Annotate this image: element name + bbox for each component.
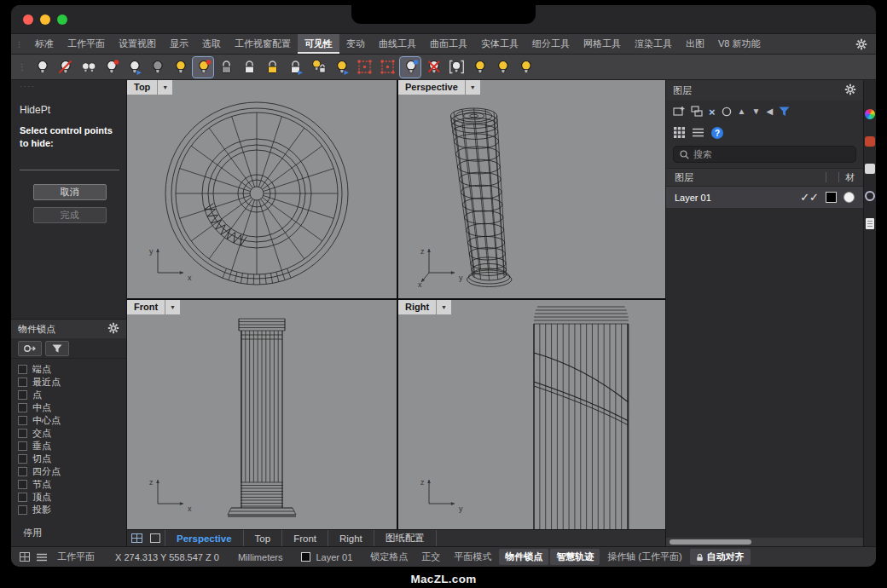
osnap-option-point[interactable]: 点	[18, 389, 126, 401]
viewport-tab-top[interactable]: Top	[244, 530, 283, 546]
move-layer-down-button-icon[interactable]: ▼	[752, 107, 761, 116]
viewport-tab-perspective[interactable]: Perspective	[165, 530, 244, 546]
unlock-objects-icon[interactable]	[239, 57, 259, 78]
menu-tab-subd-tools[interactable]: 细分工具	[525, 34, 577, 54]
panel-drag-handle[interactable]: ····	[11, 80, 126, 90]
statusbar-toggle-planar[interactable]: 平面模式	[448, 549, 497, 565]
chevron-down-icon[interactable]: ▼	[466, 80, 480, 95]
show-in-viewport-icon[interactable]	[446, 57, 467, 78]
statusbar-toggle-ortho[interactable]: 正交	[415, 549, 446, 565]
layer-light-1-icon[interactable]	[469, 57, 490, 78]
statusbar-toggle-gumball[interactable]: 操作轴 (工作平面)	[601, 549, 687, 565]
new-sublayer-button-icon[interactable]	[691, 106, 703, 118]
menu-tab-mesh-tools[interactable]: 网格工具	[577, 34, 628, 54]
show-in-detail-icon[interactable]	[400, 57, 420, 78]
units-button[interactable]: Millimeters	[238, 552, 283, 562]
swap-hidden-objects-icon[interactable]	[78, 57, 98, 78]
menu-tab-standard[interactable]: 标准	[28, 34, 61, 54]
viewport-top-title-tab[interactable]: Top ▼	[127, 80, 172, 95]
show-point-cloud-icon[interactable]	[354, 57, 374, 78]
menu-tab-curve-tools[interactable]: 曲线工具	[372, 34, 423, 54]
scrollbar-thumb[interactable]	[670, 539, 751, 545]
viewport-grid-layout-icon[interactable]	[127, 530, 146, 546]
layers-gear-icon[interactable]	[844, 84, 856, 97]
viewport-top[interactable]: Top ▼ yx	[127, 80, 397, 298]
menu-tab-viewport-layout[interactable]: 工作视窗配置	[228, 34, 298, 54]
menu-tab-render-tools[interactable]: 渲染工具	[628, 34, 679, 54]
layer-search-input[interactable]: 搜索	[673, 146, 856, 163]
checkbox-icon[interactable]	[18, 390, 27, 400]
show-objects-icon[interactable]	[32, 57, 52, 78]
chevron-down-icon[interactable]: ▼	[437, 300, 451, 314]
viewport-front[interactable]: Front ▼ zx	[127, 300, 397, 529]
hide-control-points-icon[interactable]	[193, 57, 213, 78]
menu-tab-display[interactable]: 显示	[163, 34, 195, 54]
layer-material-swatch[interactable]	[844, 192, 855, 203]
filter-layers-button-icon[interactable]	[779, 107, 790, 117]
layers-list-menu-icon[interactable]	[693, 128, 704, 139]
menu-tab-v8-new-features[interactable]: V8 新功能	[711, 34, 768, 54]
isolate-objects-icon[interactable]	[101, 57, 121, 78]
checkbox-icon[interactable]	[18, 429, 27, 438]
osnap-option-project[interactable]: 投影	[18, 504, 126, 516]
statusbar-toggle-autoalign[interactable]: 自动对齐	[690, 549, 751, 565]
notes-panel-tab-icon[interactable]	[866, 218, 874, 229]
checkbox-icon[interactable]	[18, 365, 27, 374]
checkbox-icon[interactable]	[18, 480, 27, 489]
layer-light-2-icon[interactable]	[492, 57, 513, 78]
show-points-icon[interactable]	[170, 57, 190, 78]
viewport-tab-layout[interactable]: 图纸配置	[374, 530, 437, 546]
viewport-right[interactable]: Right ▼ zy	[398, 300, 665, 529]
chevron-down-icon[interactable]: ▼	[158, 80, 172, 95]
viewport-right-title-tab[interactable]: Right ▼	[398, 300, 451, 314]
layer-row[interactable]: Layer 01 ✓✓	[666, 187, 863, 209]
delete-layer-button-icon[interactable]: ×	[709, 107, 716, 118]
collapse-layers-button-icon[interactable]: ◀	[766, 107, 773, 116]
zoom-window-button[interactable]	[57, 14, 67, 25]
statusbar-toggle-grid-snap[interactable]: 锁定格点	[364, 549, 414, 565]
checkbox-icon[interactable]	[18, 493, 27, 502]
properties-panel-tab-icon[interactable]	[865, 164, 875, 174]
menu-tab-drafting[interactable]: 出图	[679, 34, 711, 54]
menu-tab-visibility[interactable]: 可见性	[298, 34, 339, 54]
close-window-button[interactable]	[23, 14, 33, 25]
hide-in-detail-icon[interactable]	[423, 57, 444, 78]
osnap-option-intersection[interactable]: 交点	[18, 427, 126, 440]
chevron-down-icon[interactable]: ▼	[165, 300, 180, 314]
checkbox-icon[interactable]	[18, 467, 27, 476]
tabbar-drag-handle[interactable]: ⋮	[11, 34, 28, 54]
viewport-front-title-tab[interactable]: Front ▼	[127, 300, 180, 314]
lock-objects-icon[interactable]	[216, 57, 236, 78]
new-layer-button-icon[interactable]	[673, 106, 685, 118]
checkbox-icon[interactable]	[18, 403, 27, 412]
help-icon[interactable]: ?	[711, 127, 723, 139]
show-selected-objects-icon[interactable]	[124, 57, 144, 78]
statusbar-toggle-smarttrack[interactable]: 智慧轨迹	[550, 549, 600, 565]
minimize-window-button[interactable]	[40, 14, 50, 25]
checkbox-icon[interactable]	[18, 441, 27, 451]
statusbar-grid-icon[interactable]	[16, 547, 33, 567]
layer-light-3-icon[interactable]	[515, 57, 536, 78]
unlock-selected-objects-icon[interactable]	[285, 57, 305, 78]
osnap-option-knot[interactable]: 节点	[18, 478, 126, 491]
osnap-option-vertex[interactable]: 顶点	[18, 491, 126, 504]
osnap-filter-tab-icon[interactable]	[45, 341, 69, 356]
statusbar-list-icon[interactable]	[33, 547, 50, 567]
viewport-single-layout-icon[interactable]	[146, 530, 165, 546]
viewport-perspective[interactable]: Perspective ▼ zyx	[398, 80, 665, 298]
osnap-option-tangent[interactable]: 切点	[18, 453, 126, 465]
osnap-gear-icon[interactable]	[107, 322, 119, 336]
osnap-option-end[interactable]: 端点	[18, 363, 126, 376]
menu-tab-set-view[interactable]: 设置视图	[112, 34, 163, 54]
cancel-button[interactable]: 取消	[33, 184, 107, 200]
osnap-option-center[interactable]: 中心点	[18, 414, 126, 427]
menu-tab-solid-tools[interactable]: 实体工具	[474, 34, 525, 54]
viewport-perspective-title-tab[interactable]: Perspective ▼	[398, 80, 480, 95]
osnap-disable-toggle[interactable]: 停用	[11, 527, 126, 546]
swap-locked-objects-icon[interactable]	[308, 57, 328, 78]
cplane-button[interactable]: 工作平面	[50, 551, 101, 563]
checkbox-icon[interactable]	[18, 378, 27, 387]
command-input[interactable]	[20, 157, 119, 170]
checkbox-icon[interactable]	[18, 416, 27, 425]
statusbar-toggle-osnap[interactable]: 物件锁点	[499, 549, 548, 565]
